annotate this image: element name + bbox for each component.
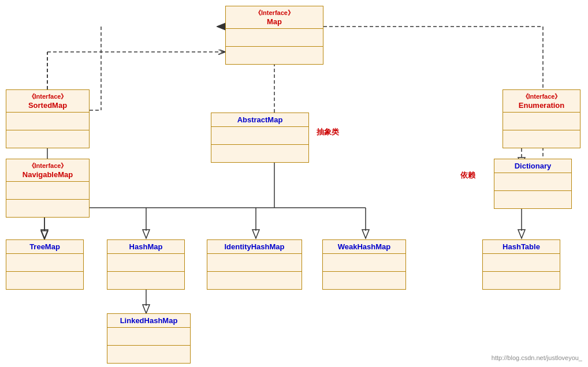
map-name: Map <box>230 17 318 26</box>
treemap-box: TreeMap <box>6 239 84 290</box>
identityhashmap-box: IdentityHashMap <box>207 239 302 290</box>
svg-marker-17 <box>362 230 369 238</box>
hashmap-section1 <box>107 254 184 272</box>
linkedhashmap-section1 <box>107 328 190 346</box>
identityhashmap-section2 <box>207 272 302 289</box>
sortedmap-section1 <box>6 113 89 130</box>
map-section1 <box>226 29 323 47</box>
hashmap-section2 <box>107 272 184 289</box>
sortedmap-stereotype: 《Interface》 <box>11 92 84 101</box>
navigablemap-stereotype: 《Interface》 <box>11 162 84 170</box>
sortedmap-section2 <box>6 130 89 148</box>
dictionary-box: Dictionary <box>494 159 572 209</box>
svg-marker-27 <box>217 23 225 30</box>
dictionary-header: Dictionary <box>494 159 571 173</box>
treemap-section2 <box>6 272 83 289</box>
weakhashmap-section1 <box>323 254 405 272</box>
svg-marker-15 <box>252 230 259 238</box>
hashtable-section2 <box>483 272 560 289</box>
enumeration-name: Enumeration <box>508 101 575 110</box>
enumeration-section2 <box>503 130 580 148</box>
svg-marker-11 <box>41 230 48 238</box>
sortedmap-box: 《Interface》 SortedMap <box>6 89 90 148</box>
hashmap-box: HashMap <box>107 239 185 290</box>
hashmap-name: HashMap <box>112 242 180 251</box>
weakhashmap-section2 <box>323 272 405 289</box>
map-box: 《Interface》 Map <box>225 6 323 65</box>
abstractmap-box: AbstractMap <box>211 113 309 163</box>
identityhashmap-name: IdentityHashMap <box>212 242 297 251</box>
navigablemap-section1 <box>6 182 89 200</box>
linkedhashmap-header: LinkedHashMap <box>107 314 190 328</box>
dictionary-section1 <box>494 173 571 191</box>
weakhashmap-name: WeakHashMap <box>328 242 401 251</box>
svg-marker-13 <box>143 230 150 238</box>
linkedhashmap-name: LinkedHashMap <box>112 316 185 325</box>
hashtable-box: HashTable <box>482 239 560 290</box>
navigablemap-section2 <box>6 200 89 217</box>
treemap-name: TreeMap <box>11 242 79 251</box>
hashtable-header: HashTable <box>483 240 560 254</box>
linkedhashmap-box: LinkedHashMap <box>107 313 191 364</box>
navigablemap-header: 《Interface》 NavigableMap <box>6 159 89 182</box>
identityhashmap-header: IdentityHashMap <box>207 240 302 254</box>
map-section2 <box>226 47 323 64</box>
navigablemap-name: NavigableMap <box>11 170 84 179</box>
treemap-header: TreeMap <box>6 240 83 254</box>
enumeration-section1 <box>503 113 580 130</box>
enumeration-stereotype: 《Interface》 <box>508 92 575 101</box>
dictionary-name: Dictionary <box>499 162 567 170</box>
treemap-section1 <box>6 254 83 272</box>
map-header: 《Interface》 Map <box>226 6 323 29</box>
abstractmap-section1 <box>211 127 308 145</box>
map-stereotype: 《Interface》 <box>230 9 318 17</box>
weakhashmap-header: WeakHashMap <box>323 240 405 254</box>
enumeration-header: 《Interface》 Enumeration <box>503 90 580 113</box>
identityhashmap-section1 <box>207 254 302 272</box>
svg-marker-21 <box>518 230 525 238</box>
watermark: http://blog.csdn.net/justloveyou_ <box>492 354 582 361</box>
abstract-class-label: 抽象类 <box>317 127 339 137</box>
hashtable-name: HashTable <box>487 242 555 251</box>
weakhashmap-box: WeakHashMap <box>322 239 406 290</box>
sortedmap-name: SortedMap <box>11 101 84 110</box>
linkedhashmap-section2 <box>107 346 190 363</box>
navigablemap-box: 《Interface》 NavigableMap <box>6 159 90 218</box>
abstractmap-name: AbstractMap <box>216 115 304 124</box>
svg-marker-5 <box>41 231 48 239</box>
abstractmap-header: AbstractMap <box>211 113 308 127</box>
abstractmap-section2 <box>211 145 308 162</box>
dependency-label: 依赖 <box>460 170 475 181</box>
svg-marker-19 <box>143 305 150 313</box>
diagram-container: 《Interface》 Map 《Interface》 SortedMap 《I… <box>0 0 588 367</box>
sortedmap-header: 《Interface》 SortedMap <box>6 90 89 113</box>
dictionary-section2 <box>494 191 571 208</box>
hashmap-header: HashMap <box>107 240 184 254</box>
enumeration-box: 《Interface》 Enumeration <box>503 89 580 148</box>
hashtable-section1 <box>483 254 560 272</box>
